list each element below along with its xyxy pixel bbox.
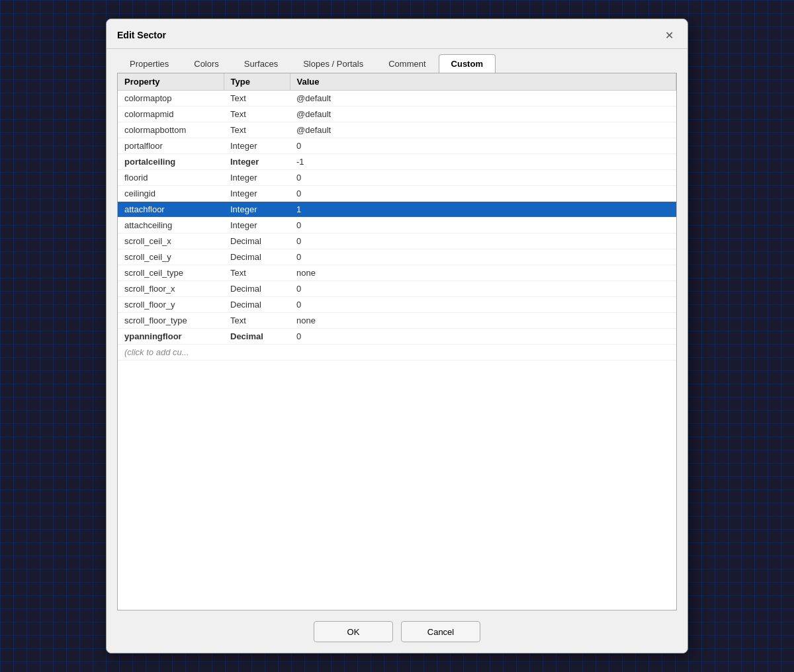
table-row[interactable]: scroll_ceil_xDecimal0 (118, 233, 676, 249)
cell-property: floorid (118, 170, 224, 186)
close-button[interactable]: ✕ (661, 27, 677, 43)
cell-property: scroll_floor_y (118, 297, 224, 313)
cell-value: @default (290, 91, 676, 106)
cell-property: scroll_ceil_y (118, 249, 224, 265)
cell-type: Text (224, 313, 290, 329)
cell-property: colormapbottom (118, 122, 224, 138)
table-row[interactable]: colormaptopText@default (118, 91, 676, 106)
table-row[interactable]: colormapmidText@default (118, 106, 676, 122)
cell-value: 0 (290, 329, 676, 345)
cell-property: colormaptop (118, 91, 224, 106)
cancel-button[interactable]: Cancel (401, 621, 480, 642)
add-row-label: (click to add cu... (118, 345, 676, 360)
cell-property: portalfloor (118, 138, 224, 154)
table-row[interactable]: scroll_floor_yDecimal0 (118, 297, 676, 313)
cell-property: scroll_ceil_x (118, 233, 224, 249)
table-row[interactable]: attachfloorInteger1 (118, 202, 676, 218)
cell-value: 0 (290, 138, 676, 154)
tab-bar: PropertiesColorsSurfacesSlopes / Portals… (107, 49, 687, 73)
table-container: PropertyTypeValue colormaptopText@defaul… (118, 73, 676, 610)
table-row[interactable]: scroll_floor_typeTextnone (118, 313, 676, 329)
cell-type: Text (224, 91, 290, 106)
cell-value: @default (290, 122, 676, 138)
cell-value: 0 (290, 170, 676, 186)
cell-value: 0 (290, 297, 676, 313)
cell-type: Integer (224, 218, 290, 233)
dialog-titlebar: Edit Sector ✕ (107, 19, 687, 49)
tab-properties[interactable]: Properties (117, 54, 181, 73)
table-row[interactable]: attachceilingInteger0 (118, 218, 676, 233)
cell-property: portalceiling (118, 154, 224, 170)
cell-value: 0 (290, 281, 676, 297)
cell-value: 0 (290, 218, 676, 233)
cell-type: Decimal (224, 249, 290, 265)
cell-property: attachceiling (118, 218, 224, 233)
table-row[interactable]: ypanningfloorDecimal0 (118, 329, 676, 345)
dialog-footer: OK Cancel (107, 610, 687, 653)
cell-property: attachfloor (118, 202, 224, 218)
col-header-value: Value (290, 73, 676, 91)
cell-type: Text (224, 122, 290, 138)
cell-type: Decimal (224, 297, 290, 313)
cell-value: none (290, 313, 676, 329)
tab-surfaces[interactable]: Surfaces (232, 54, 290, 73)
cell-type: Decimal (224, 233, 290, 249)
table-row[interactable]: ceilingidInteger0 (118, 186, 676, 202)
dialog-content: PropertyTypeValue colormaptopText@defaul… (117, 73, 677, 610)
cell-value: 0 (290, 233, 676, 249)
table-row[interactable]: flooridInteger0 (118, 170, 676, 186)
cell-property: scroll_floor_type (118, 313, 224, 329)
cell-value: -1 (290, 154, 676, 170)
cell-type: Integer (224, 202, 290, 218)
tab-colors[interactable]: Colors (181, 54, 232, 73)
cell-property: scroll_floor_x (118, 281, 224, 297)
add-custom-row[interactable]: (click to add cu... (118, 345, 676, 360)
cell-value: 1 (290, 202, 676, 218)
cell-value: @default (290, 106, 676, 122)
col-header-property: Property (118, 73, 224, 91)
properties-table: PropertyTypeValue colormaptopText@defaul… (118, 73, 676, 360)
cell-value: 0 (290, 186, 676, 202)
table-row[interactable]: scroll_floor_xDecimal0 (118, 281, 676, 297)
tab-custom[interactable]: Custom (439, 54, 496, 73)
table-row[interactable]: scroll_ceil_typeTextnone (118, 265, 676, 281)
tab-slopes---portals[interactable]: Slopes / Portals (290, 54, 376, 73)
cell-type: Integer (224, 170, 290, 186)
cell-type: Text (224, 106, 290, 122)
cell-value: none (290, 265, 676, 281)
tab-comment[interactable]: Comment (376, 54, 438, 73)
dialog-title: Edit Sector (117, 30, 166, 40)
cell-type: Integer (224, 154, 290, 170)
table-row[interactable]: portalceilingInteger-1 (118, 154, 676, 170)
cell-type: Decimal (224, 329, 290, 345)
cell-type: Text (224, 265, 290, 281)
cell-property: scroll_ceil_type (118, 265, 224, 281)
cell-type: Integer (224, 186, 290, 202)
table-row[interactable]: portalfloorInteger0 (118, 138, 676, 154)
table-row[interactable]: scroll_ceil_yDecimal0 (118, 249, 676, 265)
table-row[interactable]: colormapbottomText@default (118, 122, 676, 138)
edit-sector-dialog: Edit Sector ✕ PropertiesColorsSurfacesSl… (106, 19, 688, 653)
ok-button[interactable]: OK (314, 621, 393, 642)
col-header-type: Type (224, 73, 290, 91)
cell-value: 0 (290, 249, 676, 265)
cell-property: ceilingid (118, 186, 224, 202)
cell-type: Decimal (224, 281, 290, 297)
cell-type: Integer (224, 138, 290, 154)
cell-property: colormapmid (118, 106, 224, 122)
cell-property: ypanningfloor (118, 329, 224, 345)
